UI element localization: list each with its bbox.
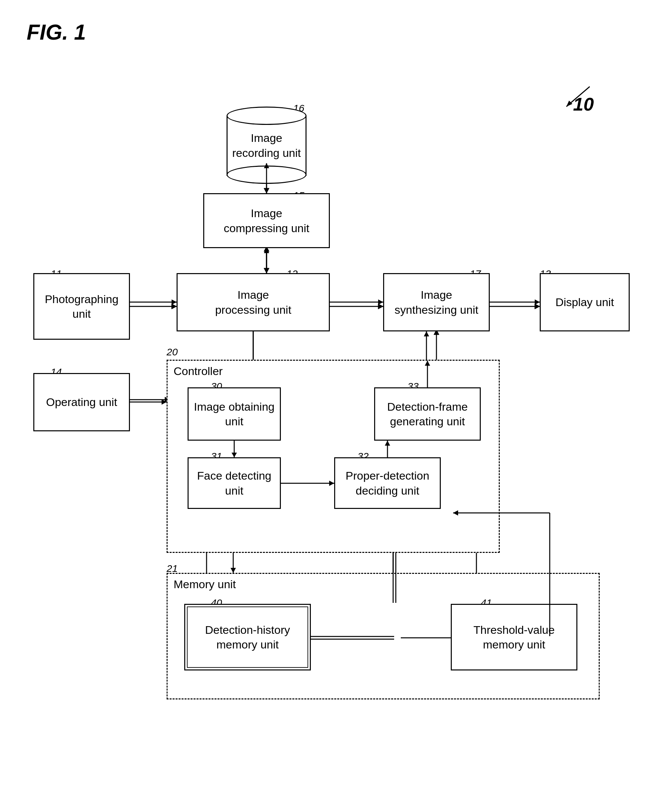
svg-marker-5	[264, 268, 269, 273]
image-synthesizing-unit: Imagesynthesizing unit	[383, 273, 490, 331]
svg-marker-64	[535, 299, 540, 305]
memory-unit-label: Memory unit	[174, 578, 236, 591]
figure-title: FIG. 1	[27, 20, 86, 45]
controller-label: Controller	[174, 365, 223, 378]
ref-20: 20	[167, 346, 177, 358]
svg-marker-7	[172, 304, 177, 309]
detection-frame-unit: Detection-framegenerating unit	[374, 387, 481, 441]
svg-marker-56	[264, 248, 269, 253]
operating-unit: Operating unit	[33, 373, 130, 431]
svg-marker-11	[535, 304, 540, 309]
svg-marker-40	[329, 481, 334, 486]
memory-unit-box: Memory unit 40 Detection-historymemory u…	[167, 573, 600, 700]
image-recording-unit: Imagerecording unit	[226, 107, 306, 176]
photographing-unit: Photographingunit	[33, 273, 130, 340]
svg-marker-38	[231, 453, 237, 457]
image-recording-label: Imagerecording unit	[232, 131, 301, 160]
controller-box: Controller 30 Image obtainingunit 31 Fac…	[167, 360, 500, 553]
diagram: 16 Imagerecording unit 15 Imagecompressi…	[27, 53, 643, 793]
image-obtaining-unit: Image obtainingunit	[187, 387, 281, 441]
svg-marker-60	[172, 299, 177, 305]
image-processing-unit: Imageprocessing unit	[177, 273, 330, 331]
svg-marker-42	[385, 441, 390, 446]
detection-history-inner: Detection-historymemory unit	[187, 606, 308, 668]
cylinder-body: Imagerecording unit	[226, 116, 306, 176]
cylinder-bottom	[226, 166, 306, 184]
ref-21: 21	[167, 563, 177, 574]
svg-marker-49	[231, 568, 236, 573]
svg-marker-44	[425, 361, 430, 366]
svg-marker-9	[378, 304, 383, 309]
proper-detection-unit: Proper-detectiondeciding unit	[334, 457, 441, 509]
svg-marker-66	[161, 400, 167, 405]
display-unit: Display unit	[540, 273, 630, 331]
cylinder-top	[226, 107, 306, 125]
detection-history-unit: Detection-historymemory unit	[184, 604, 311, 671]
svg-marker-3	[264, 188, 269, 193]
threshold-value-unit: Threshold-valuememory unit	[451, 604, 578, 671]
svg-marker-62	[378, 299, 383, 305]
face-detecting-unit: Face detectingunit	[187, 457, 281, 509]
svg-marker-68	[424, 331, 429, 336]
image-compressing-unit: Imagecompressing unit	[203, 193, 330, 248]
